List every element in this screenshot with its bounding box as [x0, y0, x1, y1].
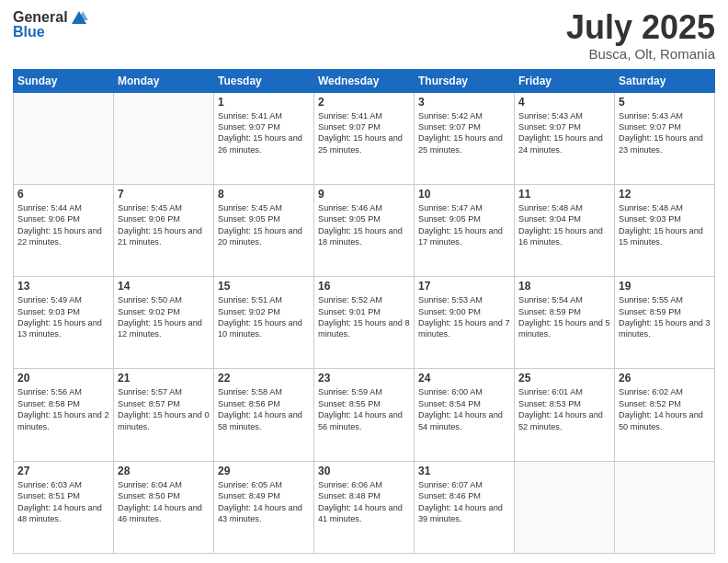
calendar-table: Sunday Monday Tuesday Wednesday Thursday… — [13, 69, 715, 554]
day-number: 1 — [218, 96, 310, 109]
day-number: 31 — [418, 465, 510, 477]
cell-info: Sunrise: 6:05 AM Sunset: 8:49 PM Dayligh… — [218, 479, 310, 525]
day-number: 18 — [518, 280, 610, 293]
day-number: 30 — [318, 465, 410, 477]
calendar-cell: 16Sunrise: 5:52 AM Sunset: 9:01 PM Dayli… — [314, 277, 415, 369]
calendar-cell: 22Sunrise: 5:58 AM Sunset: 8:56 PM Dayli… — [214, 369, 314, 461]
day-number: 22 — [218, 372, 310, 385]
calendar-cell — [515, 461, 615, 553]
header-wednesday: Wednesday — [314, 69, 415, 92]
cell-info: Sunrise: 5:43 AM Sunset: 9:07 PM Dayligh… — [518, 110, 610, 156]
logo: General Blue — [13, 9, 88, 40]
location-title: Busca, Olt, Romania — [566, 46, 715, 62]
calendar-cell: 25Sunrise: 6:01 AM Sunset: 8:53 PM Dayli… — [515, 369, 615, 461]
calendar-cell: 24Sunrise: 6:00 AM Sunset: 8:54 PM Dayli… — [415, 369, 515, 461]
calendar-cell: 5Sunrise: 5:43 AM Sunset: 9:07 PM Daylig… — [615, 92, 715, 184]
cell-info: Sunrise: 6:00 AM Sunset: 8:54 PM Dayligh… — [418, 386, 510, 432]
calendar-cell: 15Sunrise: 5:51 AM Sunset: 9:02 PM Dayli… — [214, 277, 314, 369]
header-thursday: Thursday — [415, 69, 515, 92]
day-number: 23 — [318, 372, 410, 385]
calendar-cell: 29Sunrise: 6:05 AM Sunset: 8:49 PM Dayli… — [214, 461, 314, 553]
calendar-cell: 7Sunrise: 5:45 AM Sunset: 9:06 PM Daylig… — [114, 184, 214, 276]
day-number: 8 — [218, 188, 310, 201]
cell-info: Sunrise: 5:53 AM Sunset: 9:00 PM Dayligh… — [418, 294, 510, 340]
cell-info: Sunrise: 5:47 AM Sunset: 9:05 PM Dayligh… — [418, 202, 510, 248]
day-number: 16 — [318, 280, 410, 293]
day-number: 25 — [518, 372, 610, 385]
cell-info: Sunrise: 5:48 AM Sunset: 9:03 PM Dayligh… — [619, 202, 711, 248]
cell-info: Sunrise: 5:55 AM Sunset: 8:59 PM Dayligh… — [619, 294, 711, 340]
title-section: July 2025 Busca, Olt, Romania — [566, 9, 715, 62]
week-row-5: 27Sunrise: 6:03 AM Sunset: 8:51 PM Dayli… — [14, 461, 715, 553]
calendar-cell: 28Sunrise: 6:04 AM Sunset: 8:50 PM Dayli… — [114, 461, 214, 553]
cell-info: Sunrise: 5:41 AM Sunset: 9:07 PM Dayligh… — [318, 110, 410, 156]
day-number: 4 — [518, 96, 610, 109]
day-number: 14 — [118, 280, 210, 293]
calendar-cell: 11Sunrise: 5:48 AM Sunset: 9:04 PM Dayli… — [515, 184, 615, 276]
calendar-cell: 10Sunrise: 5:47 AM Sunset: 9:05 PM Dayli… — [415, 184, 515, 276]
calendar-container: General Blue July 2025 Busca, Olt, Roman… — [0, 0, 728, 563]
calendar-cell: 18Sunrise: 5:54 AM Sunset: 8:59 PM Dayli… — [515, 277, 615, 369]
day-number: 24 — [418, 372, 510, 385]
calendar-cell: 8Sunrise: 5:45 AM Sunset: 9:05 PM Daylig… — [214, 184, 314, 276]
header-tuesday: Tuesday — [214, 69, 314, 92]
cell-info: Sunrise: 5:45 AM Sunset: 9:06 PM Dayligh… — [118, 202, 210, 248]
cell-info: Sunrise: 5:52 AM Sunset: 9:01 PM Dayligh… — [318, 294, 410, 340]
day-number: 7 — [118, 188, 210, 201]
cell-info: Sunrise: 6:02 AM Sunset: 8:52 PM Dayligh… — [619, 386, 711, 432]
cell-info: Sunrise: 5:41 AM Sunset: 9:07 PM Dayligh… — [218, 110, 310, 156]
day-number: 28 — [118, 465, 210, 477]
cell-info: Sunrise: 5:51 AM Sunset: 9:02 PM Dayligh… — [218, 294, 310, 340]
week-row-3: 13Sunrise: 5:49 AM Sunset: 9:03 PM Dayli… — [14, 277, 715, 369]
calendar-cell: 6Sunrise: 5:44 AM Sunset: 9:06 PM Daylig… — [14, 184, 114, 276]
day-number: 2 — [318, 96, 410, 109]
cell-info: Sunrise: 6:06 AM Sunset: 8:48 PM Dayligh… — [318, 479, 410, 525]
calendar-cell: 17Sunrise: 5:53 AM Sunset: 9:00 PM Dayli… — [415, 277, 515, 369]
header-sunday: Sunday — [14, 69, 114, 92]
header-friday: Friday — [515, 69, 615, 92]
day-number: 10 — [418, 188, 510, 201]
calendar-cell: 30Sunrise: 6:06 AM Sunset: 8:48 PM Dayli… — [314, 461, 415, 553]
cell-info: Sunrise: 5:56 AM Sunset: 8:58 PM Dayligh… — [17, 386, 109, 432]
day-number: 26 — [619, 372, 711, 385]
cell-info: Sunrise: 5:58 AM Sunset: 8:56 PM Dayligh… — [218, 386, 310, 432]
calendar-cell — [114, 92, 214, 184]
calendar-cell: 23Sunrise: 5:59 AM Sunset: 8:55 PM Dayli… — [314, 369, 415, 461]
header: General Blue July 2025 Busca, Olt, Roman… — [13, 9, 715, 62]
week-row-1: 1Sunrise: 5:41 AM Sunset: 9:07 PM Daylig… — [14, 92, 715, 184]
day-number: 19 — [619, 280, 711, 293]
calendar-cell: 14Sunrise: 5:50 AM Sunset: 9:02 PM Dayli… — [114, 277, 214, 369]
day-number: 13 — [17, 280, 109, 293]
day-number: 9 — [318, 188, 410, 201]
day-number: 12 — [619, 188, 711, 201]
logo-blue: Blue — [13, 24, 88, 40]
calendar-cell: 27Sunrise: 6:03 AM Sunset: 8:51 PM Dayli… — [14, 461, 114, 553]
calendar-cell: 26Sunrise: 6:02 AM Sunset: 8:52 PM Dayli… — [615, 369, 715, 461]
cell-info: Sunrise: 5:59 AM Sunset: 8:55 PM Dayligh… — [318, 386, 410, 432]
calendar-cell: 21Sunrise: 5:57 AM Sunset: 8:57 PM Dayli… — [114, 369, 214, 461]
header-saturday: Saturday — [615, 69, 715, 92]
day-number: 21 — [118, 372, 210, 385]
calendar-cell — [615, 461, 715, 553]
cell-info: Sunrise: 6:07 AM Sunset: 8:46 PM Dayligh… — [418, 479, 510, 525]
cell-info: Sunrise: 5:48 AM Sunset: 9:04 PM Dayligh… — [518, 202, 610, 248]
day-number: 6 — [17, 188, 109, 201]
cell-info: Sunrise: 5:49 AM Sunset: 9:03 PM Dayligh… — [17, 294, 109, 340]
calendar-cell: 12Sunrise: 5:48 AM Sunset: 9:03 PM Dayli… — [615, 184, 715, 276]
calendar-cell: 3Sunrise: 5:42 AM Sunset: 9:07 PM Daylig… — [415, 92, 515, 184]
week-row-4: 20Sunrise: 5:56 AM Sunset: 8:58 PM Dayli… — [14, 369, 715, 461]
cell-info: Sunrise: 5:42 AM Sunset: 9:07 PM Dayligh… — [418, 110, 510, 156]
week-row-2: 6Sunrise: 5:44 AM Sunset: 9:06 PM Daylig… — [14, 184, 715, 276]
cell-info: Sunrise: 6:01 AM Sunset: 8:53 PM Dayligh… — [518, 386, 610, 432]
cell-info: Sunrise: 6:04 AM Sunset: 8:50 PM Dayligh… — [118, 479, 210, 525]
day-number: 27 — [17, 465, 109, 477]
cell-info: Sunrise: 5:44 AM Sunset: 9:06 PM Dayligh… — [17, 202, 109, 248]
cell-info: Sunrise: 5:54 AM Sunset: 8:59 PM Dayligh… — [518, 294, 610, 340]
calendar-cell: 1Sunrise: 5:41 AM Sunset: 9:07 PM Daylig… — [214, 92, 314, 184]
day-number: 17 — [418, 280, 510, 293]
cell-info: Sunrise: 5:57 AM Sunset: 8:57 PM Dayligh… — [118, 386, 210, 432]
day-number: 29 — [218, 465, 310, 477]
calendar-cell: 4Sunrise: 5:43 AM Sunset: 9:07 PM Daylig… — [515, 92, 615, 184]
cell-info: Sunrise: 5:50 AM Sunset: 9:02 PM Dayligh… — [118, 294, 210, 340]
day-number: 20 — [17, 372, 109, 385]
